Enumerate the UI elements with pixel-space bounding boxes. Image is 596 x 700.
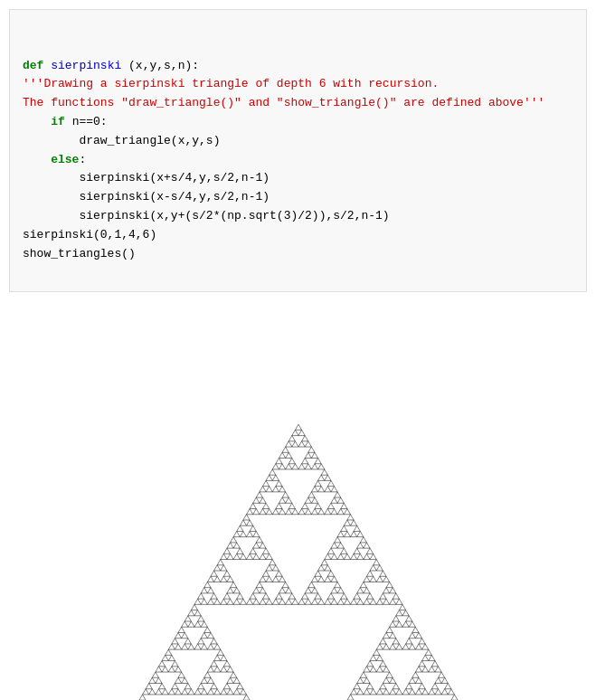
- code-block: def sierpinski (x,y,s,n):'''Drawing a si…: [9, 9, 587, 292]
- sierpinski-canvas: [72, 319, 525, 700]
- canvas-container: [0, 301, 596, 700]
- code-lines: def sierpinski (x,y,s,n):'''Drawing a si…: [23, 57, 573, 264]
